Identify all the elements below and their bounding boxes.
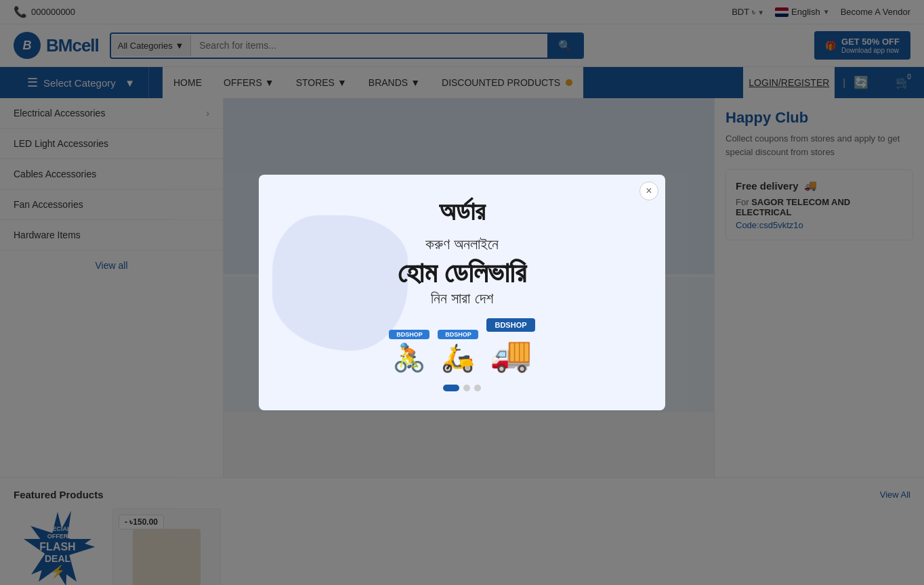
delivery-truck-icon: 🚚 <box>486 334 534 374</box>
scooter-icon: 🛵 <box>438 342 478 374</box>
modal-close-button[interactable]: × <box>639 181 658 200</box>
pagination-dot-3[interactable] <box>474 385 481 391</box>
modal-text-block: অর্ডার করুণ অনলাইনে হোম ডেলিভারি নিন সার… <box>279 195 645 307</box>
bengali-title-line1: অর্ডার <box>279 195 645 228</box>
bengali-title-line3: হোম ডেলিভারি <box>279 256 645 290</box>
modal-content: অর্ডার করুণ অনলাইনে হোম ডেলিভারি নিন সার… <box>259 175 665 410</box>
close-icon: × <box>646 185 652 197</box>
bicycle-icon: 🚴 <box>389 342 429 374</box>
scooter-delivery: BDSHOP 🛵 <box>438 330 478 374</box>
pagination-dot-1[interactable] <box>443 385 459 391</box>
bicycle-delivery: BDSHOP 🚴 <box>389 330 429 374</box>
modal-overlay[interactable]: × অর্ডার করুণ অনলাইনে হোম ডেলিভারি নিন স… <box>0 0 924 585</box>
delivery-illustrations: BDSHOP 🚴 BDSHOP 🛵 BDSHOP 🚚 <box>279 318 645 374</box>
pagination-dots <box>279 385 645 397</box>
bengali-title-line2: করুণ অনলাইনে <box>279 236 645 253</box>
truck-delivery: BDSHOP 🚚 <box>486 318 534 374</box>
pagination-dot-2[interactable] <box>463 385 470 391</box>
bengali-title-line4: নিন সারা দেশ <box>279 290 645 307</box>
modal: × অর্ডার করুণ অনলাইনে হোম ডেলিভারি নিন স… <box>259 175 665 410</box>
